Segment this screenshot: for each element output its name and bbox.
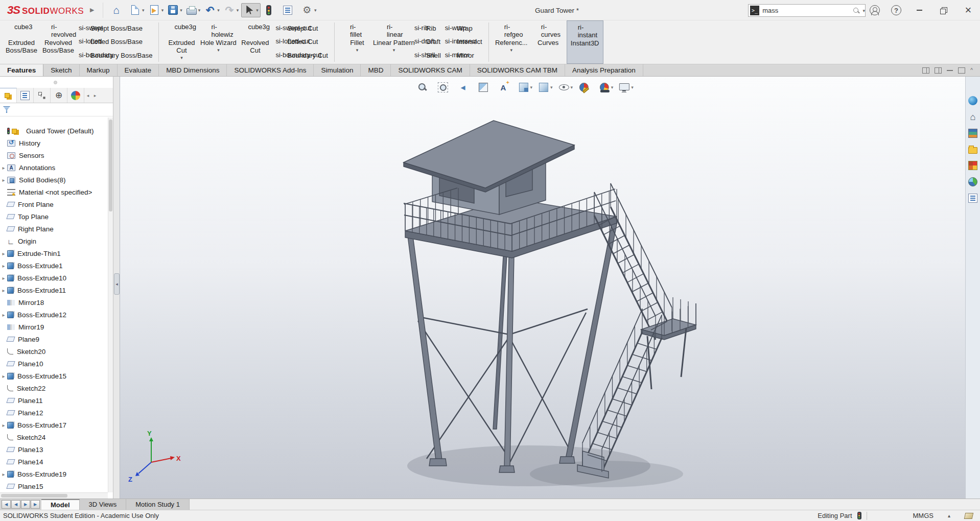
feature-tree-item[interactable]: ▸ Plane10 [0,358,108,370]
panel-splitter[interactable]: ◂ [113,77,120,499]
expand-arrow-icon[interactable]: ▸ [0,165,7,171]
expand-arrow-icon[interactable]: ▸ [0,373,7,379]
feature-tree-item[interactable]: ▸ Sensors [0,149,108,161]
ribbon-stack-button[interactable]: si-rib Rib [414,23,441,33]
scrollbar-thumb[interactable] [1,494,67,498]
dropdown-caret-icon[interactable]: ▾ [161,8,164,13]
ribbon-big-button[interactable]: ri-linear Linear Pattern ▾ [376,20,412,64]
minimize-button[interactable] [913,4,926,17]
units-caret-icon[interactable]: ▴ [948,513,950,518]
feature-tree-item[interactable]: ▸ Top Plane [0,210,108,223]
feature-tree-item[interactable]: ▸ Origin [0,235,108,247]
dropdown-caret-icon[interactable]: ▾ [237,8,239,13]
ribbon-stack-button[interactable]: si-boundary Boundary Boss/Base [79,51,152,60]
search-icon[interactable] [852,7,860,15]
task-pane-icon-solidworks-resources[interactable] [968,112,977,122]
search-caret-icon[interactable]: ▾ [862,8,865,13]
feature-tree-item[interactable]: ▸ Boss-Extrude12 [0,309,108,321]
expand-arrow-icon[interactable]: ▸ [0,422,7,428]
quick-tool-button[interactable]: ▾ [281,4,299,17]
ribbon-minimize-icon[interactable] [947,70,953,71]
expand-arrow-icon[interactable]: ▸ [0,312,7,318]
tab-nav-arrow-previous[interactable]: ◀ [11,500,20,509]
panel-splitter-dot[interactable] [54,81,57,84]
tab-nav-arrow-first[interactable]: ◀ [2,500,11,509]
search-box[interactable]: >_ ▾ [748,4,866,17]
ribbon-stack-button[interactable]: si-swept-cut Swept Cut [275,23,328,33]
ribbon-big-button[interactable]: cube3 Extruded Boss/Base ▾ [3,20,40,64]
ribbon-stack-button[interactable]: si-intersect Intersect [445,37,482,46]
ribbon-tab[interactable]: Evaluate [118,64,159,76]
ribbon-tab[interactable]: Markup [80,64,118,76]
ribbon-tab[interactable]: Simulation [314,64,361,76]
tower-structure[interactable] [404,121,696,478]
task-pane-icon-design-library[interactable] [968,129,977,138]
units-text[interactable]: MMGS [913,512,934,519]
tree-horizontal-scrollbar[interactable] [0,492,108,499]
ribbon-big-button[interactable]: ri-fillet Fillet ▾ [339,20,376,64]
ribbon-big-button[interactable]: ri-holewiz Hole Wizard ▾ [200,20,237,64]
dropdown-caret-icon[interactable]: ▾ [356,48,359,53]
expand-arrow-icon[interactable]: ▸ [0,251,7,256]
quick-tool-button[interactable]: ▾ [222,4,241,17]
feature-tree-item[interactable]: ▸ Boss-Extrude17 [0,419,108,431]
expand-arrow-icon[interactable]: ▸ [0,275,7,281]
expand-arrow-icon[interactable]: ▸ [0,288,7,293]
ribbon-stack-button[interactable]: si-wrap Wrap [445,23,482,33]
dropdown-caret-icon[interactable]: ▾ [180,55,183,60]
guard-tower-model[interactable]: Y X Z [120,77,965,499]
document-tab[interactable]: Model [41,499,80,510]
tab-configuration-manager[interactable] [34,88,51,103]
quick-tool-button[interactable]: ▾ [166,4,184,16]
task-pane-icon-custom-properties[interactable] [968,194,977,203]
feature-tree-item[interactable]: ▸ Plane13 [0,443,108,456]
ribbon-big-button[interactable]: ri-instant Instant3D ▾ [567,20,603,64]
ribbon-tab[interactable]: Analysis Preparation [565,64,643,76]
feature-tree-item[interactable]: ▸ Boss-Extrude1 [0,259,108,272]
restore-button[interactable] [937,4,950,17]
dropdown-caret-icon[interactable]: ▾ [180,8,182,13]
tree-vertical-scrollbar[interactable] [108,117,113,492]
document-tab[interactable]: Motion Study 1 [126,499,190,510]
ribbon-big-button[interactable]: ri-refgeo Referenc... ▾ [493,20,530,64]
ribbon-tab[interactable]: SOLIDWORKS CAM TBM [470,64,565,76]
ribbon-pin-icon[interactable] [958,67,965,74]
task-pane-icon-file-explorer[interactable] [968,147,977,154]
panel-tabs-scroll-left-icon[interactable]: ◂ [84,88,91,103]
feature-tree-item[interactable]: ▸ Annotations [0,161,108,174]
tab-feature-tree[interactable] [0,88,17,103]
ribbon-stack-button[interactable]: si-draft Draft [414,37,441,46]
ribbon-tab[interactable]: MBD [361,64,391,76]
quick-tool-button[interactable]: ▾ [203,4,221,17]
status-tag-icon[interactable] [964,513,974,519]
quick-tool-button[interactable]: ▾ [262,4,280,17]
ribbon-tab[interactable]: SOLIDWORKS Add-Ins [227,64,314,76]
task-pane-icon-3dexperience[interactable] [968,96,977,105]
quick-tool-button[interactable]: ▾ [147,4,166,16]
feature-tree-item[interactable]: ▸ Mirror18 [0,296,108,309]
feature-tree-item[interactable]: ▸ History [0,137,108,149]
ribbon-tab[interactable]: Features [0,64,43,76]
ribbon-big-button[interactable]: cube3g Revolved Cut ▾ [237,20,273,64]
graphics-viewport[interactable]: ▾ ▾ ▾ ▾ ▾ ▾ ▾ [120,77,965,499]
expand-arrow-icon[interactable]: ▸ [0,263,7,269]
feature-tree-item[interactable]: ▸ Sketch20 [0,345,108,358]
dropdown-caret-icon[interactable]: ▾ [393,48,395,53]
tab-property-manager[interactable] [17,88,34,103]
ribbon-stack-button[interactable]: si-boundary-cut Boundary Cut [275,51,328,60]
quick-tool-button[interactable]: ▾ [128,4,146,16]
feature-tree-item[interactable]: ▸ Boss-Extrude10 [0,272,108,284]
tab-nav-arrow-next[interactable]: ▶ [21,500,30,509]
task-pane-icon-toolbox[interactable] [968,177,977,186]
tab-display-manager[interactable] [67,88,84,103]
dropdown-caret-icon[interactable]: ▾ [314,8,317,13]
ribbon-tab[interactable]: Sketch [43,64,79,76]
ribbon-stack-button[interactable]: si-lofted Lofted Boss/Base [79,37,152,46]
dropdown-caret-icon[interactable]: ▾ [142,8,145,13]
feature-tree-item[interactable]: ▸ Sketch22 [0,382,108,394]
search-commands-icon[interactable]: >_ [750,6,759,15]
ribbon-tab[interactable]: MBD Dimensions [159,64,227,76]
dropdown-caret-icon[interactable]: ▾ [217,48,220,53]
feature-tree-item[interactable]: ▸ Front Plane [0,198,108,210]
feature-tree-item[interactable]: ▸ Plane12 [0,407,108,419]
